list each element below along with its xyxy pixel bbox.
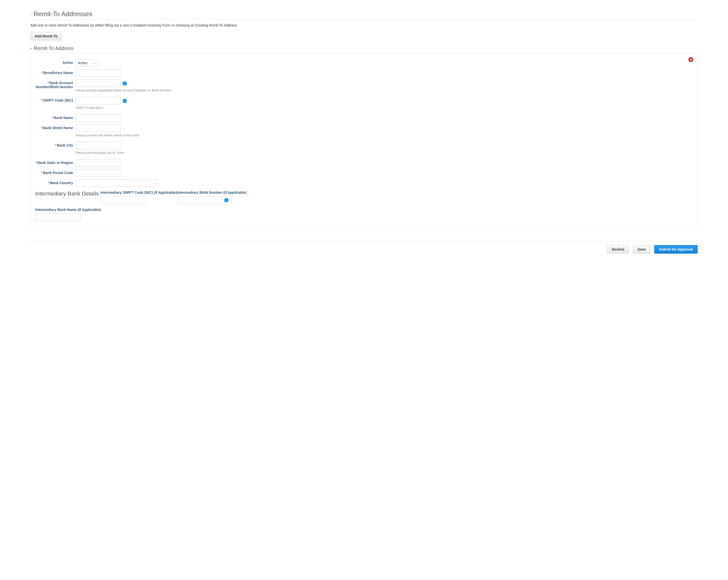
active-select[interactable]: Active bbox=[76, 59, 98, 67]
label-text: Bank Name bbox=[54, 116, 73, 120]
swift-input[interactable] bbox=[76, 97, 121, 104]
decline-button[interactable]: Decline bbox=[607, 245, 629, 254]
row-bank-name: *Bank Name bbox=[35, 114, 693, 122]
label-beneficiary-name: *Beneficiary Name bbox=[35, 69, 76, 75]
required-indicator: * bbox=[30, 13, 32, 17]
label-text: Bank Street Name bbox=[43, 126, 73, 130]
row-bank-state: *Bank State or Region bbox=[35, 159, 693, 167]
label-bank-postal: *Bank Postal Code bbox=[35, 169, 76, 175]
bank-postal-input[interactable] bbox=[76, 169, 121, 177]
label-text: Active bbox=[62, 61, 73, 65]
label-bank-country: *Bank Country bbox=[35, 179, 76, 185]
instruction-text: Add one or more Remit-To Addresses by ei… bbox=[30, 23, 698, 27]
row-bank-city: *Bank City Please provide Bank city or T… bbox=[35, 142, 693, 155]
section-title: Remit-To Address bbox=[34, 46, 74, 51]
beneficiary-name-input[interactable] bbox=[76, 69, 121, 77]
page-title-row: * Remit-To Addresses bbox=[30, 10, 698, 20]
label-text: Bank Postal Code bbox=[43, 171, 73, 175]
label-intermediary-bank-name: Intermediary Bank Name (If Applicable) bbox=[35, 208, 693, 212]
info-icon[interactable]: i bbox=[123, 99, 127, 103]
close-icon[interactable]: ✕ bbox=[688, 57, 693, 62]
label-bank-street: *Bank Street Name bbox=[35, 124, 76, 130]
row-active: Active Active ⌄ bbox=[35, 59, 693, 67]
add-remit-to-button[interactable]: Add Remit-To bbox=[30, 32, 62, 40]
page-title: Remit-To Addresses bbox=[34, 10, 93, 18]
swift-hint: SWIFT Code (BIC) bbox=[76, 106, 693, 110]
info-icon[interactable]: i bbox=[224, 198, 229, 202]
row-bank-postal: *Bank Postal Code bbox=[35, 169, 693, 177]
label-text: SWIFT Code (BIC) bbox=[43, 98, 73, 102]
required-indicator: * bbox=[30, 47, 32, 51]
section-title-row: * Remit-To Address bbox=[30, 46, 698, 51]
remit-to-form-box: ✕ Active Active ⌄ *Beneficiary Name *Ban… bbox=[30, 53, 698, 229]
bank-country-select[interactable] bbox=[76, 179, 159, 187]
label-bank-name: *Bank Name bbox=[35, 114, 76, 120]
action-bar: Decline Save Submit for Approval bbox=[30, 241, 698, 254]
row-bank-account: *Bank Account Number/IBAN Number i Pleas… bbox=[35, 79, 693, 92]
bank-street-input[interactable] bbox=[76, 124, 121, 132]
label-bank-account: *Bank Account Number/IBAN Number bbox=[35, 79, 76, 89]
bank-account-hint: Please provide applicable Bank Account N… bbox=[76, 88, 693, 92]
intermediary-swift-input[interactable] bbox=[100, 196, 146, 203]
bank-name-input[interactable] bbox=[76, 114, 121, 122]
row-bank-street: *Bank Street Name Please provide the Str… bbox=[35, 124, 693, 137]
row-bank-country: *Bank Country ⌄ bbox=[35, 179, 693, 187]
bank-account-input[interactable] bbox=[76, 79, 121, 87]
row-beneficiary-name: *Beneficiary Name bbox=[35, 69, 693, 77]
info-icon[interactable]: i bbox=[123, 81, 127, 86]
label-active: Active bbox=[35, 59, 76, 65]
label-text: Bank Country bbox=[50, 181, 73, 185]
label-swift: *SWIFT Code (BIC) bbox=[35, 97, 76, 102]
intermediary-bank-name-input[interactable] bbox=[35, 213, 81, 221]
label-bank-state: *Bank State or Region bbox=[35, 159, 76, 165]
label-intermediary-iban: Intermediary IBAN Number (If Applicable) bbox=[177, 191, 247, 194]
intermediary-iban-input[interactable] bbox=[177, 196, 223, 203]
save-button[interactable]: Save bbox=[633, 245, 651, 254]
label-text: Bank City bbox=[57, 143, 73, 147]
bank-city-hint: Please provide Bank city or Town bbox=[76, 151, 693, 155]
label-text: Beneficiary Name bbox=[43, 71, 73, 75]
col-intermediary-iban: Intermediary IBAN Number (If Applicable)… bbox=[177, 191, 247, 203]
label-bank-city: *Bank City bbox=[35, 142, 76, 147]
col-intermediary-swift: Intermediary SWIFT Code (BIC) (If Applic… bbox=[100, 191, 177, 203]
bank-street-hint: Please provide the Street Name of the ba… bbox=[76, 133, 693, 137]
bank-state-input[interactable] bbox=[76, 159, 121, 167]
intermediary-title: Intermediary Bank Details bbox=[35, 191, 99, 198]
row-swift: *SWIFT Code (BIC) i SWIFT Code (BIC) bbox=[35, 97, 693, 110]
intermediary-section: Intermediary Bank Details Intermediary S… bbox=[35, 191, 693, 221]
submit-for-approval-button[interactable]: Submit for Approval bbox=[654, 245, 698, 254]
bank-city-input[interactable] bbox=[76, 142, 121, 149]
label-text: Bank State or Region bbox=[37, 161, 73, 165]
label-text: Bank Account Number/IBAN Number bbox=[36, 81, 73, 89]
label-intermediary-swift: Intermediary SWIFT Code (BIC) (If Applic… bbox=[100, 191, 177, 194]
